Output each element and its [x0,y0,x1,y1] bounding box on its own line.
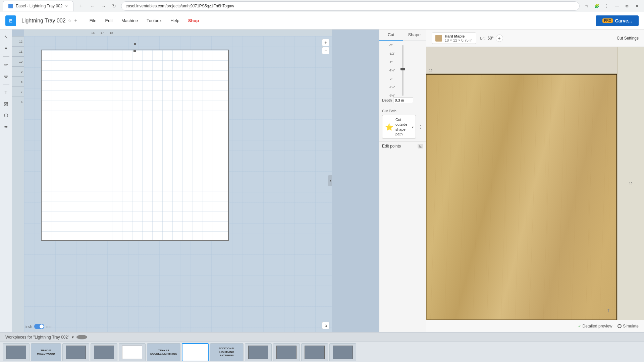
ruler-mark-8: 8 [12,76,24,86]
tool-elements[interactable]: ⬡ [1,111,11,120]
menu-shop[interactable]: Shop [184,16,203,25]
workpiece-item-11[interactable] [301,343,328,361]
sidebar-separator-1 [3,56,9,57]
carve-label: Carve... [615,18,632,23]
tool-add[interactable]: ⊕ [1,71,11,81]
ruler-mark-12: 12 [12,36,24,46]
work-canvas[interactable] [41,50,229,241]
workpiece-item-12[interactable] [329,343,356,361]
workpiece-item-5[interactable] [119,343,146,361]
carve-button[interactable]: PRO Carve... [596,15,639,26]
workpiece-thumbnail-1 [6,346,26,359]
tab-close-btn[interactable]: ✕ [65,4,68,8]
workpiece-item-3[interactable] [62,343,89,361]
depth-mark-2half: -2½" [389,85,395,89]
workpiece-item-2[interactable]: TRAY #2MIXED WOOD [31,343,61,361]
tool-text[interactable]: T [1,88,11,97]
workpieces-bar: Workpieces for "Lightning Tray 002" ▾ i … [0,332,644,362]
back-btn[interactable]: ← [88,2,97,10]
workpiece-item-9[interactable] [245,343,272,361]
browser-bar: Easel - Lightning Tray 002 ✕ + ← → ↻ eas… [0,0,644,12]
zoom-out-btn[interactable]: − [322,47,329,54]
refresh-btn[interactable]: ↻ [110,2,118,10]
canvas-grid[interactable] [24,36,332,332]
edit-points-key: E [418,144,423,148]
depth-slider-container: -0" -1/2" -1" -1½" -2" -2½" -3½" [382,44,423,97]
workpiece-item-8[interactable]: ADDITIONALLIGHTNINGPATTERNS [210,343,244,361]
units-toggle-switch[interactable] [34,324,44,329]
preview-3d: ↗ 18 13 [426,47,644,320]
selection-handle-top-outer[interactable] [134,43,136,45]
tool-select[interactable]: ↖ [1,32,11,42]
browser-tab[interactable]: Easel - Lightning Tray 002 ✕ [3,1,73,11]
toggle-thumb [40,324,44,328]
depth-label-text: Depth [382,98,392,102]
material-chip[interactable]: Hard Maple 18 × 12 × 0.75 in [432,33,476,44]
workpiece-item-4[interactable] [91,343,117,361]
simulate-btn[interactable]: Simulate [618,324,639,328]
selection-handle-top[interactable] [133,50,136,52]
tool-import[interactable]: ⬌ [1,122,11,131]
close-btn[interactable]: ✕ [633,2,641,10]
workpiece-item-6[interactable]: TRAY #3DOUBLE LIGHTNING [147,343,180,361]
workpieces-scroll[interactable]: TRAY #2MIXED WOOD TRAY #3DOUBLE LIGHTNIN… [0,342,644,362]
bit-add-btn[interactable]: + [496,35,503,42]
new-tab-btn[interactable]: + [76,1,86,11]
tool-shapes[interactable]: ✦ [1,44,11,53]
cut-path-more-btn[interactable]: ⋮ [417,124,423,130]
workpiece-item-1[interactable] [3,343,30,361]
app-title-container: Lightning Tray 002 ☆ ✦ [21,18,77,24]
pro-badge: PRO [602,18,613,23]
extensions-btn[interactable]: 🧩 [592,2,601,10]
depth-labels: -0" -1/2" -1" -1½" -2" -2½" -3½" [389,44,395,97]
restore-btn[interactable]: ⧉ [623,2,631,10]
workpiece-item-10[interactable] [273,343,300,361]
cut-settings-btn[interactable]: Cut Settings [617,36,639,41]
collapse-icon: ◂ [329,179,331,182]
minimize-btn[interactable]: — [612,2,621,10]
fit-to-screen-btn[interactable]: ⌂ [322,322,329,329]
cut-path-option[interactable]: ⭐ Cut outsideshape path ▾ [382,115,416,139]
tab-shape[interactable]: Shape [403,29,426,41]
share-icon[interactable]: ✦ [74,18,77,23]
depth-input-row: Depth [382,97,423,103]
workpieces-info-btn[interactable]: i [76,335,87,340]
workpieces-dropdown-icon[interactable]: ▾ [72,335,74,340]
app-menu: File Edit Machine Toolbox Help Shop [86,16,203,25]
menu-btn[interactable]: ⋮ [602,2,611,10]
left-sidebar: ↖ ✦ ✏ ⊕ T 🖼 ⬡ ⬌ [0,29,12,332]
home-icon: ⌂ [324,323,327,328]
address-bar[interactable]: easel.inventables.com/projects/umhj9J71P… [121,1,580,11]
workpiece-label-6: TRAY #3DOUBLE LIGHTNING [150,349,177,356]
zoom-in-btn[interactable]: + [322,39,329,46]
tool-image[interactable]: 🖼 [1,99,11,109]
wood-texture: ↗ 18 13 [426,47,644,320]
tool-draw[interactable]: ✏ [1,60,11,69]
bookmark-btn[interactable]: ☆ [582,2,591,10]
tab-favicon [8,4,13,8]
depth-input-field[interactable] [393,97,413,103]
bit-value: 60° [487,36,493,41]
favorite-star-icon[interactable]: ☆ [68,18,72,23]
workpieces-label: Workpieces for "Lightning Tray 002" [5,335,69,340]
menu-file[interactable]: File [86,16,101,25]
sidebar-separator-2 [3,84,9,84]
preview-area: Hard Maple 18 × 12 × 0.75 in Bit: 60° + … [426,29,644,332]
workpiece-thumbnail-9 [248,346,268,359]
detailed-preview-btn[interactable]: ✓ Detailed preview [578,324,612,328]
workpiece-item-7[interactable] [182,343,209,361]
tab-cut[interactable]: Cut [379,29,403,41]
cut-path-dropdown-icon[interactable]: ▾ [412,125,414,129]
workpiece-label-2: TRAY #2MIXED WOOD [37,349,55,356]
collapse-panel-btn[interactable]: ◂ [328,175,332,186]
depth-slider-thumb[interactable] [400,68,405,70]
menu-help[interactable]: Help [166,16,183,25]
menu-machine[interactable]: Machine [117,16,142,25]
preview-footer: ✓ Detailed preview Simulate [426,320,644,332]
ruler-top-numbers: 16 17 18 [24,31,113,35]
forward-btn[interactable]: → [99,2,108,10]
app-bar: E Lightning Tray 002 ☆ ✦ File Edit Machi… [0,12,644,29]
menu-toolbox[interactable]: Toolbox [143,16,166,25]
preview-ruler-right: 18 [617,47,644,320]
menu-edit[interactable]: Edit [101,16,117,25]
